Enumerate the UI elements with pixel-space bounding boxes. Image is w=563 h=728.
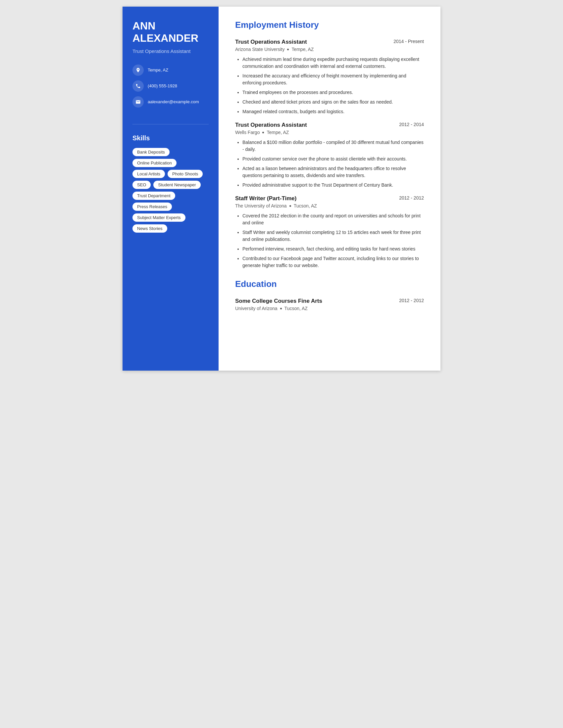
education-container: Some College Courses Fine Arts2012 - 201… xyxy=(235,298,424,311)
skill-tag: Press Releases xyxy=(132,203,172,211)
job-title: Staff Writer (Part-Time) xyxy=(235,195,297,202)
job-title: Trust Operations Assistant xyxy=(235,122,307,128)
resume-container: ANN ALEXANDER Trust Operations Assistant… xyxy=(122,7,441,371)
job-entry: Trust Operations Assistant2014 - Present… xyxy=(235,39,424,115)
bullet-item: Contributed to our Facebook page and Twi… xyxy=(242,255,424,269)
edu-degree: Some College Courses Fine Arts xyxy=(235,298,322,304)
skill-tag: Bank Deposits xyxy=(132,148,169,156)
job-header: Staff Writer (Part-Time)2012 - 2012 xyxy=(235,195,424,202)
job-header: Trust Operations Assistant2012 - 2014 xyxy=(235,122,424,128)
employment-heading: Employment History xyxy=(235,20,424,32)
email-icon xyxy=(132,96,144,108)
job-dates: 2012 - 2014 xyxy=(399,122,424,127)
job-company: Wells Fargo Tempe, AZ xyxy=(235,130,424,135)
location-icon xyxy=(132,65,144,76)
skill-tag: SEO xyxy=(132,181,151,189)
jobs-container: Trust Operations Assistant2014 - Present… xyxy=(235,39,424,269)
bullet-item: Balanced a $100 million dollar portfolio… xyxy=(242,139,424,153)
education-heading: Education xyxy=(235,279,424,291)
job-bullets: Covered the 2012 election in the county … xyxy=(235,212,424,269)
skill-tag: Local Artists xyxy=(132,170,165,178)
job-dates: 2012 - 2012 xyxy=(399,195,424,201)
sidebar-divider xyxy=(132,124,209,124)
edu-school: University of Arizona Tucson, AZ xyxy=(235,306,424,311)
skill-tag: News Stories xyxy=(132,224,167,233)
sidebar: ANN ALEXANDER Trust Operations Assistant… xyxy=(122,7,218,371)
skill-tag: Photo Shoots xyxy=(167,170,203,178)
job-header: Trust Operations Assistant2014 - Present xyxy=(235,39,424,45)
location-text: Tempe, AZ xyxy=(148,67,168,73)
skill-tag: Subject Matter Experts xyxy=(132,213,185,222)
job-entry: Trust Operations Assistant2012 - 2014Wel… xyxy=(235,122,424,189)
edu-header: Some College Courses Fine Arts2012 - 201… xyxy=(235,298,424,304)
job-bullets: Balanced a $100 million dollar portfolio… xyxy=(235,139,424,189)
contact-section: Tempe, AZ (400) 555-1928 aalexander@exam… xyxy=(132,65,209,108)
bullet-item: Increased the accuracy and efficiency of… xyxy=(242,72,424,86)
email-text: aalexander@example.com xyxy=(148,99,199,105)
edu-entry: Some College Courses Fine Arts2012 - 201… xyxy=(235,298,424,311)
skill-tag: Student Newspaper xyxy=(153,181,200,189)
bullet-item: Managed related contracts, budgets and l… xyxy=(242,108,424,115)
job-bullets: Achieved minimum lead time during expedi… xyxy=(235,56,424,115)
job-company: Arizona State University Tempe, AZ xyxy=(235,47,424,52)
candidate-title: Trust Operations Assistant xyxy=(132,48,209,55)
job-entry: Staff Writer (Part-Time)2012 - 2012The U… xyxy=(235,195,424,269)
job-title: Trust Operations Assistant xyxy=(235,39,307,45)
candidate-name: ANN ALEXANDER xyxy=(132,20,209,44)
skills-list: Bank DepositsOnline PublicationLocal Art… xyxy=(132,148,209,233)
job-dates: 2014 - Present xyxy=(394,39,424,44)
main-content: Employment History Trust Operations Assi… xyxy=(218,7,441,371)
skill-tag: Online Publication xyxy=(132,159,176,167)
bullet-item: Achieved minimum lead time during expedi… xyxy=(242,56,424,70)
bullet-item: Provided customer service over the phone… xyxy=(242,156,424,162)
bullet-item: Trained employees on the processes and p… xyxy=(242,89,424,96)
job-company: The University of Arizona Tucson, AZ xyxy=(235,203,424,208)
phone-icon xyxy=(132,80,144,92)
location-item: Tempe, AZ xyxy=(132,65,209,76)
skills-heading: Skills xyxy=(132,134,209,142)
bullet-item: Staff Writer and weekly columnist comple… xyxy=(242,229,424,243)
bullet-item: Provided administrative support to the T… xyxy=(242,182,424,189)
education-section: Education Some College Courses Fine Arts… xyxy=(235,279,424,311)
bullet-item: Checked and altered ticket prices and si… xyxy=(242,99,424,106)
bullet-item: Performed interview, research, fact chec… xyxy=(242,246,424,252)
phone-text: (400) 555-1928 xyxy=(148,83,177,89)
bullet-item: Acted as a liason between administrators… xyxy=(242,165,424,179)
skill-tag: Trust Department xyxy=(132,192,175,200)
phone-item: (400) 555-1928 xyxy=(132,80,209,92)
edu-dates: 2012 - 2012 xyxy=(399,298,424,303)
bullet-item: Covered the 2012 election in the county … xyxy=(242,212,424,226)
email-item: aalexander@example.com xyxy=(132,96,209,108)
